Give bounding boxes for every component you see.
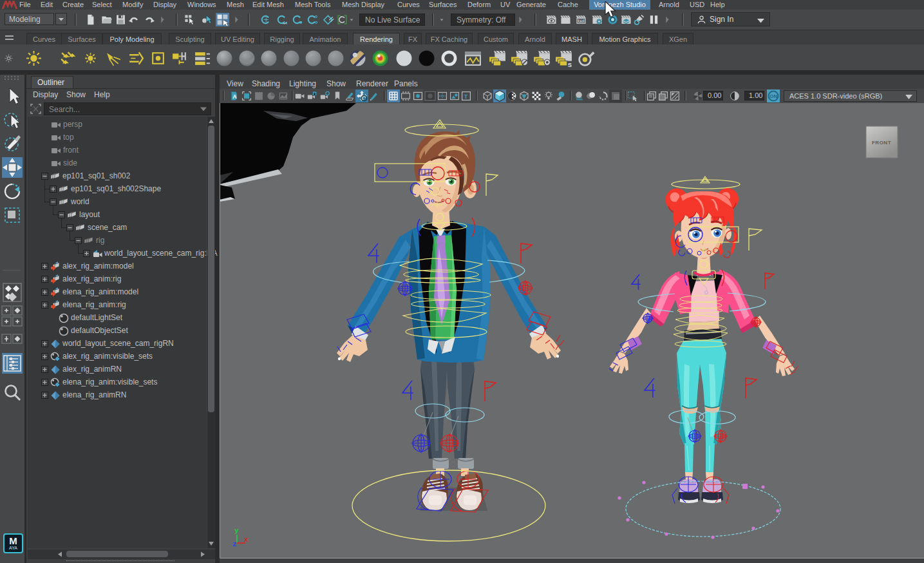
svg-text:y: y	[234, 527, 239, 535]
svg-text:z: z	[232, 540, 237, 548]
svg-text:ON: ON	[769, 93, 777, 99]
svg-text:x: x	[244, 536, 249, 544]
svg-text:S: S	[568, 62, 572, 67]
svg-text:IPR: IPR	[578, 19, 584, 23]
svg-text:FRONT: FRONT	[872, 140, 891, 146]
svg-text:T: T	[464, 93, 467, 100]
svg-text:A: A	[232, 93, 237, 100]
